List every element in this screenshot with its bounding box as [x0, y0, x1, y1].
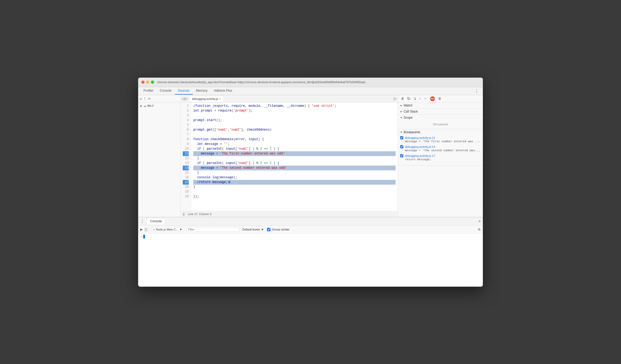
toolbar-separator-1 [149, 227, 149, 232]
breakpoint-17-code: return message; [400, 158, 481, 161]
scope-label: Scope [404, 116, 413, 119]
deactivate-breakpoints-btn[interactable]: ⛔ [429, 96, 436, 101]
file-icon: ☁ [143, 104, 146, 108]
tab-nav-fwd-icon[interactable]: ▷ [185, 96, 188, 101]
file-tree-item-root[interactable]: ▶ ☁ file:// [138, 104, 180, 108]
breakpoint-17-file: debugging-activity.js:17 [405, 154, 435, 157]
step-out-btn[interactable]: ↑ [418, 96, 421, 101]
file-tree-arrow-icon: ▶ [140, 104, 142, 107]
watch-header[interactable]: ► Watch [398, 103, 483, 108]
code-line-13: if ( parseInt( input['num2'] ) % 2 == 1 … [193, 161, 396, 166]
editor-expand-icon[interactable]: ▷ [394, 96, 397, 101]
sidebar-back-icon[interactable]: ⇦ [148, 96, 151, 101]
code-line-1: (function (exports, require, module, __f… [193, 104, 396, 108]
nav-sources[interactable]: Sources [175, 87, 193, 95]
nav-adblock[interactable]: Adblock Plus [211, 87, 235, 95]
tab-nav-back-icon[interactable]: ◁ [182, 96, 185, 101]
levels-dropdown-icon: ▼ [261, 228, 264, 231]
code-line-10: if ( parseInt( input['num1'] ) % 2 == 1 … [193, 147, 396, 151]
nav-more-icon[interactable]: ⋮ [472, 88, 481, 94]
breakpoints-section: ▼ Breakpoints debugging-activity.js:11 m… [398, 129, 483, 166]
code-line-3 [193, 113, 396, 118]
breakpoint-11-row: debugging-activity.js:11 [400, 136, 481, 139]
editor-tabs: ◁ ▷ debugging-activity.js × ▷ [181, 95, 398, 103]
pause-resume-btn[interactable]: ⏸ [400, 96, 405, 101]
step-over-btn[interactable]: ↻ [406, 96, 411, 101]
close-button[interactable] [141, 81, 145, 84]
url-bar: chrome-devtools://devtools/bundled/js_ap… [157, 81, 480, 84]
context-label: Node.js Main C... [156, 228, 178, 231]
traffic-lights [141, 81, 154, 84]
nav-console[interactable]: Console [157, 87, 175, 95]
group-similar-row: Group similar [267, 228, 289, 231]
console-cursor [143, 235, 145, 238]
scope-content: Not paused [398, 121, 483, 129]
console-menu-icon[interactable]: ⋮ [140, 219, 145, 224]
not-paused-text: Not paused [400, 122, 481, 127]
call-stack-section: ► Call Stack [398, 109, 483, 115]
sidebar-expand-icon[interactable]: » [140, 96, 142, 101]
breakpoints-header[interactable]: ▼ Breakpoints [398, 129, 483, 135]
code-line-14: message = 'The second number entered was… [193, 166, 396, 170]
code-line-8: function checkOddness(error, input) { [193, 137, 396, 142]
console-prompt: › [140, 235, 481, 238]
code-line-7 [193, 132, 396, 137]
breakpoint-14-checkbox[interactable] [400, 145, 403, 148]
breakpoint-11-code: message = 'The first number entered was … [400, 140, 481, 143]
console-tab[interactable]: Console [147, 218, 165, 224]
breakpoint-14-row: debugging-activity.js:14 [400, 145, 481, 148]
editor-area: ◁ ▷ debugging-activity.js × ▷ 12345 6789… [181, 95, 398, 217]
group-similar-checkbox[interactable] [267, 228, 270, 231]
code-line-11: message = 'The first number entered was … [193, 151, 396, 156]
breakpoint-11-checkbox[interactable] [400, 136, 403, 139]
context-dropdown-icon: ▼ [179, 228, 182, 231]
console-settings-icon[interactable]: ⚙ [478, 228, 481, 231]
breakpoint-17-checkbox[interactable] [400, 154, 403, 157]
console-toolbar: ▶ ⍰ ● Node.js Main C... ▼ Default levels… [138, 226, 483, 234]
code-line-2: let prompt = require('prompt'); [193, 108, 396, 113]
editor-tab-close-icon[interactable]: × [219, 97, 221, 100]
format-icon[interactable]: {} [183, 212, 185, 216]
editor-tab-debugging-activity[interactable]: debugging-activity.js × [189, 96, 224, 101]
minimize-button[interactable] [146, 81, 149, 84]
debug-toolbar: ⏸ ↻ ↴ ↑ → ⛔ ⏸ [398, 95, 483, 103]
breakpoints-label: Breakpoints [404, 130, 420, 134]
code-line-12: } [193, 156, 396, 161]
console-prompt-arrow: › [140, 235, 142, 238]
status-bar: {} Line 17, Column 3 [181, 211, 398, 217]
code-line-4: prompt.start(); [193, 118, 396, 123]
scope-header[interactable]: ▼ Scope [398, 115, 483, 121]
console-header: ⋮ Console × [138, 217, 483, 226]
maximize-button[interactable] [151, 81, 154, 84]
call-stack-header[interactable]: ► Call Stack [398, 109, 483, 114]
breakpoint-item-17: debugging-activity.js:17 return message; [400, 154, 481, 161]
watch-label: Watch [404, 104, 413, 107]
code-line-9: let message = ''; [193, 142, 396, 147]
line-numbers: 12345 678910 11 1213 14 1516 17 181920 [181, 103, 191, 211]
watch-arrow-icon: ► [400, 104, 403, 107]
console-area: ⋮ Console × ▶ ⍰ ● Node.js Main C... ▼ De… [138, 217, 483, 287]
console-filter-input[interactable] [186, 227, 239, 232]
levels-label: Default levels [242, 228, 260, 231]
step-into-btn[interactable]: ↴ [413, 96, 417, 101]
devtools-body: » ⋮ ⇦ ▶ ☁ file:// ◁ ▷ debugging-act [138, 95, 483, 217]
nav-memory[interactable]: Memory [193, 87, 211, 95]
console-close-icon[interactable]: × [479, 219, 481, 223]
step-continue-btn[interactable]: → [423, 96, 428, 101]
code-line-16: console.log(message); [193, 175, 396, 180]
levels-selector[interactable]: Default levels ▼ [241, 227, 265, 232]
pause-on-exceptions-btn[interactable]: ⏸ [437, 96, 442, 101]
sidebar-more-icon[interactable]: ⋮ [143, 96, 147, 101]
breakpoint-11-file: debugging-activity.js:11 [405, 136, 435, 139]
clear-btn[interactable]: ⍰ [145, 227, 147, 232]
code-line-6: prompt.get(['num1','num2'], checkOddness… [193, 127, 396, 132]
nav-profiler[interactable]: Profiler [140, 87, 157, 95]
execute-btn[interactable]: ▶ [140, 228, 143, 231]
console-content: › [138, 234, 483, 287]
code-line-19 [193, 189, 396, 194]
context-selector[interactable]: ● Node.js Main C... ▼ [151, 227, 184, 232]
breakpoint-14-file: debugging-activity.js:14 [405, 145, 435, 148]
scope-arrow-icon: ▼ [400, 116, 403, 119]
file-tree-label: file:// [147, 104, 154, 107]
call-stack-label: Call Stack [404, 110, 418, 113]
